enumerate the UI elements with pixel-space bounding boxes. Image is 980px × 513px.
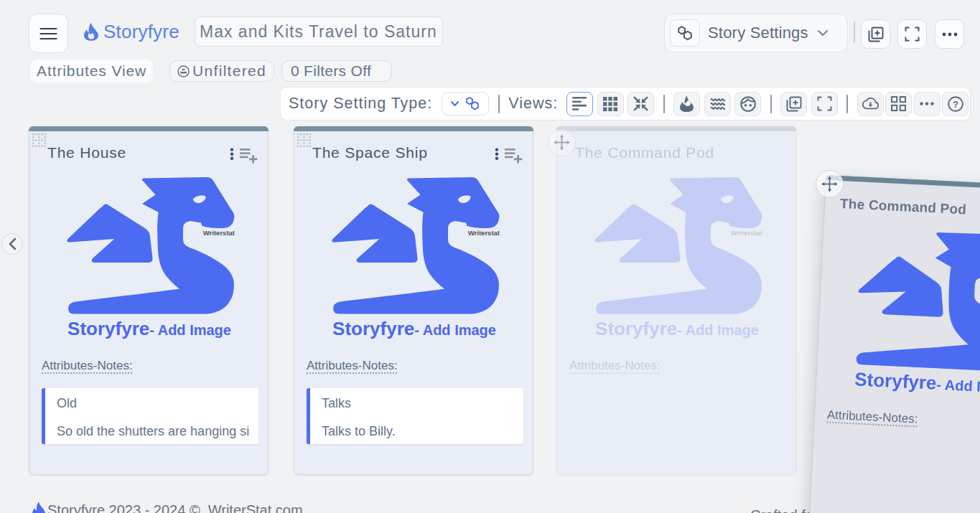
svg-text:?: ? [953, 99, 958, 110]
